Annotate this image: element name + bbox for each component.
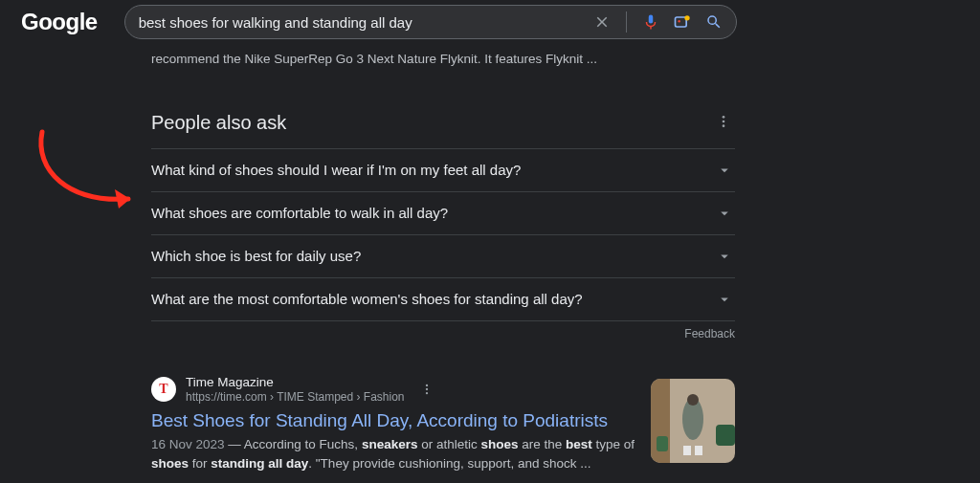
previous-result-snippet: recommend the Nike SuperRep Go 3 Next Na… [151,50,735,70]
chevron-down-icon [716,205,733,222]
paa-item[interactable]: What kind of shoes should I wear if I'm … [151,149,735,192]
svg-point-7 [425,388,427,390]
paa-list: What kind of shoes should I wear if I'm … [151,148,735,321]
paa-item[interactable]: What shoes are comfortable to walk in al… [151,192,735,235]
svg-point-5 [723,124,725,127]
result-snippet: 16 Nov 2023 — According to Fuchs, sneake… [151,435,635,475]
result-menu-icon[interactable] [420,383,434,396]
svg-point-2 [678,20,680,23]
paa-item[interactable]: Which shoe is best for daily use? [151,235,735,278]
divider [626,11,627,33]
voice-search-icon[interactable] [642,13,659,31]
search-result: T Time Magazine https://time.com › TIME … [151,375,735,474]
chevron-down-icon [716,291,733,308]
paa-menu-icon[interactable] [712,110,735,137]
feedback-link[interactable]: Feedback [151,327,735,340]
svg-point-8 [425,392,427,394]
paa-item-text: What kind of shoes should I wear if I'm … [151,162,521,178]
svg-point-4 [723,121,725,123]
svg-rect-15 [683,446,691,455]
results-column: recommend the Nike SuperRep Go 3 Next Na… [151,44,735,474]
google-logo[interactable]: Google [21,9,98,35]
paa-item[interactable]: What are the most comfortable women's sh… [151,278,735,321]
paa-item-text: What shoes are comfortable to walk in al… [151,205,448,221]
paa-header: People also ask [151,110,735,137]
chevron-down-icon [716,162,733,179]
svg-point-1 [684,15,689,20]
result-thumbnail[interactable] [651,379,735,463]
svg-point-3 [723,116,725,119]
svg-rect-16 [695,446,702,455]
paa-item-text: Which shoe is best for daily use? [151,248,361,264]
svg-rect-0 [675,17,686,27]
paa-heading: People also ask [151,112,712,134]
image-search-icon[interactable] [673,12,692,32]
svg-point-14 [687,394,699,406]
svg-rect-11 [716,425,735,446]
svg-point-6 [425,384,427,386]
paa-item-text: What are the most comfortable women's sh… [151,291,583,307]
annotation-arrow [15,126,149,225]
search-icon[interactable] [705,13,723,31]
result-source-name: Time Magazine [186,375,405,390]
result-title[interactable]: Best Shoes for Standing All Day, Accordi… [151,410,635,431]
result-source-path: https://time.com › TIME Stamped › Fashio… [186,390,405,404]
search-box[interactable] [124,5,737,39]
chevron-down-icon [716,248,733,265]
search-input[interactable] [139,14,593,31]
result-favicon: T [151,377,176,402]
clear-icon[interactable] [593,13,611,31]
top-bar: Google [0,0,980,44]
svg-rect-12 [657,436,668,451]
